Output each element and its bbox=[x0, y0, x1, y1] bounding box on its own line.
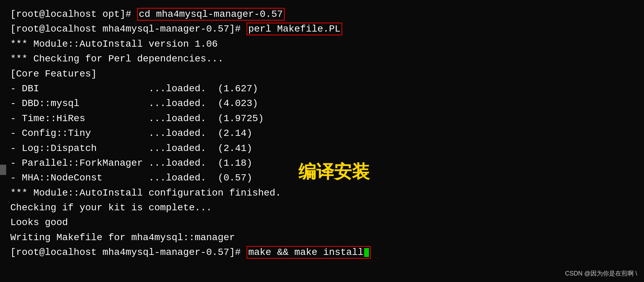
terminal-window: [root@localhost opt]# cd mha4mysql-manag… bbox=[0, 0, 644, 282]
terminal-line-13: *** Module::AutoInstall configuration fi… bbox=[10, 186, 634, 200]
terminal-line-7: - DBD::mysql ...loaded. (4.023) bbox=[10, 96, 634, 111]
terminal-line-10: - Log::Dispatch ...loaded. (2.41) bbox=[10, 141, 634, 156]
terminal-line-4: *** Checking for Perl dependencies... bbox=[10, 51, 634, 66]
scrollbar[interactable] bbox=[0, 165, 6, 175]
terminal-line-17: [root@localhost mha4mysql-manager-0.57]#… bbox=[10, 245, 634, 260]
terminal-line-3: *** Module::AutoInstall version 1.06 bbox=[10, 37, 634, 51]
cmd-17: make && make install bbox=[247, 246, 371, 259]
cmd-1: cd mha4mysql-manager-0.57 bbox=[137, 8, 285, 21]
prompt-1: [root@localhost opt]# bbox=[10, 9, 137, 20]
prompt-17: [root@localhost mha4mysql-manager-0.57]# bbox=[10, 247, 247, 258]
terminal-line-6: - DBI ...loaded. (1.627) bbox=[10, 81, 634, 96]
terminal-line-9: - Config::Tiny ...loaded. (2.14) bbox=[10, 126, 634, 141]
terminal-line-16: Writing Makefile for mha4mysql::manager bbox=[10, 230, 634, 245]
cmd-2: perl Makefile.PL bbox=[247, 23, 342, 35]
annotation-label: 编译安装 bbox=[298, 158, 370, 186]
terminal-cursor bbox=[364, 248, 369, 257]
terminal-line-14: Checking if your kit is complete... bbox=[10, 200, 634, 215]
watermark: CSDN @因为你是在煎啊 \ bbox=[565, 269, 637, 279]
terminal-line-2: [root@localhost mha4mysql-manager-0.57]#… bbox=[10, 22, 634, 36]
prompt-2: [root@localhost mha4mysql-manager-0.57]# bbox=[10, 24, 247, 34]
terminal-line-1: [root@localhost opt]# cd mha4mysql-manag… bbox=[10, 7, 634, 22]
terminal-line-8: - Time::HiRes ...loaded. (1.9725) bbox=[10, 111, 634, 126]
terminal-line-15: Looks good bbox=[10, 215, 634, 230]
terminal-line-5: [Core Features] bbox=[10, 67, 634, 81]
